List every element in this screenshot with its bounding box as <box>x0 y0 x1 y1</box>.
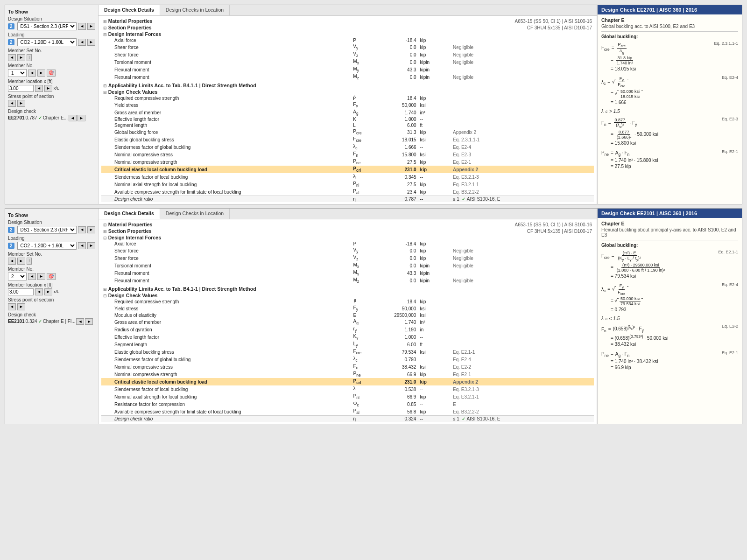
right-panel-1: Design Check EE2701 | AISC 360 | 2016 Ch… <box>597 5 742 204</box>
force-sym-mz-1: Mz <box>351 73 373 81</box>
expand-material-1[interactable]: ⊞ <box>103 19 107 24</box>
nav-prev-member-1[interactable]: ◄ <box>28 70 36 77</box>
force-name-axial-1: Axial force <box>101 37 351 43</box>
expand-forces-2[interactable]: ⊟ <box>103 236 107 240</box>
right-chapter-2: Chapter E <box>601 221 738 226</box>
condition-2: λc ≤ 1.5 <box>601 316 738 321</box>
expand-section-1[interactable]: ⊞ <box>103 26 107 30</box>
expand-material-2[interactable]: ⊞ <box>103 223 107 227</box>
nav-prev-check-2[interactable]: ◄ <box>76 318 84 325</box>
design-situation-label-1: Design Situation <box>8 16 95 21</box>
nav-next-stress-2[interactable]: ► <box>17 303 25 310</box>
nav-next-check-1[interactable]: ► <box>78 115 85 122</box>
dv-fcre-1: Elastic global buckling stress Fcre 18.0… <box>101 136 594 143</box>
design-situation-select-1[interactable]: DS1 - Section 2.3 (LRFD), 2. <box>17 22 77 30</box>
nav-next-loc-1[interactable]: ► <box>44 85 52 92</box>
force-unit-mx-1: kipin <box>418 58 451 66</box>
member-loc-label-1: Member location x [ft] <box>8 79 95 84</box>
nav-next-ds1-2[interactable]: ► <box>87 226 95 233</box>
loading-label-1: Loading <box>8 32 95 37</box>
panel-1: To Show Design Situation 2 DS1 - Section… <box>5 5 742 204</box>
condition-1: λc > 1.5 <box>601 109 738 114</box>
expand-forces-1[interactable]: ⊟ <box>103 32 107 37</box>
nav-prev-loading-1[interactable]: ◄ <box>78 39 86 46</box>
expand-design-1[interactable]: ⊟ <box>103 90 107 95</box>
sidebar-1: To Show Design Situation 2 DS1 - Section… <box>5 5 99 204</box>
force-name-mx-1: Torsional moment <box>101 58 351 66</box>
right-panel-2: Design Check EE2101 | AISC 360 | 2016 Ch… <box>597 209 742 424</box>
member-no-select-2[interactable]: 2 <box>8 273 27 280</box>
expand-design-2[interactable]: ⊟ <box>103 294 107 298</box>
nav-prev-stress-2[interactable]: ◄ <box>8 303 16 310</box>
nav-prev-ds1-2[interactable]: ◄ <box>78 226 86 233</box>
tabs-bar-1: Design Check Details Design Checks in Lo… <box>99 5 597 16</box>
check-ratio-row-2: Design check ratio η 0.324 -- ≤ 1 ✓ AISI… <box>101 416 594 422</box>
formula-lambda-1: λc = √ FyFcre = √ 50.000 ksi18.015 ksi =… <box>601 75 643 106</box>
dv-ag-1: Gross area of member Ag 1.740 in² <box>101 109 594 116</box>
dv2-lambdac: Slenderness factor of global buckling λc… <box>101 356 594 363</box>
loading-select-2[interactable]: CO2 - 1.20D + 1.60L <box>17 242 77 250</box>
nav-next-stress-1[interactable]: ► <box>17 100 25 107</box>
sidebar-2: To Show Design Situation 2 DS1 - Section… <box>5 209 99 424</box>
nav-next-loading-2[interactable]: ► <box>87 242 95 249</box>
formula-pne-2: Pne = Ag · Fn = 1.740 in² · 38.432 ksi =… <box>601 350 658 371</box>
loading-select-1[interactable]: CO2 - 1.20D + 1.60L <box>17 38 77 46</box>
check-mark-1: ✓ <box>38 115 42 120</box>
nav-next-loc-2[interactable]: ► <box>44 288 52 295</box>
member-no-label-2: Member No. <box>8 266 95 272</box>
nav-prev-check-1[interactable]: ◄ <box>69 115 77 122</box>
design-situation-select-2[interactable]: DS1 - Section 2.3 (LRFD), 2. <box>17 226 77 234</box>
nav-next-member-2[interactable]: ► <box>37 273 45 280</box>
dv-pne-1: Nominal compressive strength Pne 27.5 ki… <box>101 158 594 166</box>
center-2: Design Check Details Design Checks in Lo… <box>99 209 597 424</box>
dv-pcrl-1: Critical elastic local column buckling l… <box>101 166 594 173</box>
check-ratio-2: 0.324 <box>26 319 37 324</box>
nav-next-member-1[interactable]: ► <box>37 70 45 77</box>
internal-forces-header-1: ⊟ Design Internal Forces <box>101 31 594 37</box>
member-loc-input-1[interactable] <box>8 85 34 92</box>
nav-prev-loading-2[interactable]: ◄ <box>78 242 86 249</box>
nav-next-memberset-2[interactable]: ► <box>17 258 25 265</box>
dv2-pnl: Nominal axial strength for local bucklin… <box>101 393 594 400</box>
check-mark-2: ✓ <box>38 319 42 324</box>
nav-dots-memberset-1[interactable]: ⁝ <box>27 54 32 61</box>
nav-prev-member-2[interactable]: ◄ <box>28 273 36 280</box>
member-loc-input-2[interactable] <box>8 288 34 295</box>
check-id-2: EE2101 <box>8 319 25 324</box>
dv-p-1: Required compressive strength P̄ 18.4 ki… <box>101 95 594 101</box>
member-no-select-1[interactable]: 1 <box>8 69 27 77</box>
nav-prev-memberset-2[interactable]: ◄ <box>8 258 16 265</box>
design-check-label-1: Design check <box>8 109 95 114</box>
nav-prev-loc-1[interactable]: ◄ <box>35 85 43 92</box>
right-header-1: Design Check EE2701 | AISC 360 | 2016 <box>598 5 742 14</box>
expand-section-2[interactable]: ⊞ <box>103 229 107 234</box>
nav-next-ds1-1[interactable]: ► <box>87 23 95 30</box>
force-mx-2: Torsional moment Mx 0.0 kipin Negligible <box>101 262 594 269</box>
nav-next-loading-1[interactable]: ► <box>87 39 95 46</box>
nav-prev-ds1-1[interactable]: ◄ <box>78 23 86 30</box>
formula-fn-2: Fn = (0.658)(λc)² · Fy = (0.658)(0.793²)… <box>601 324 668 348</box>
tab-location-2[interactable]: Design Checks in Location <box>160 209 230 219</box>
force-val-axial-1: -18.4 <box>373 37 418 43</box>
nav-pick-member-2[interactable]: 🎯 <box>47 273 56 280</box>
force-mz-2: Flexural moment Mz 0.0 kipin Negligible <box>101 277 594 284</box>
nav-prev-memberset-1[interactable]: ◄ <box>8 54 16 61</box>
material-row-1: ⊞ Material Properties A653-15 (SS 50, CI… <box>101 18 594 24</box>
right-chapter-1: Chapter E <box>601 17 738 23</box>
dv-pal-1: Available compressive strength for limit… <box>101 188 594 196</box>
expand-applic-2[interactable]: ⊞ <box>103 287 107 292</box>
check-chapter-2: Chapter E | Fl... <box>43 319 76 324</box>
tab-details-2[interactable]: Design Check Details <box>99 209 160 219</box>
dv2-pal: Available compressive strength for limit… <box>101 408 594 416</box>
force-vy-2: Shear force Vy 0.0 kip Negligible <box>101 247 594 254</box>
tab-details-1[interactable]: Design Check Details <box>99 5 160 15</box>
nav-prev-loc-2[interactable]: ◄ <box>35 288 43 295</box>
nav-prev-stress-1[interactable]: ◄ <box>8 100 16 107</box>
tab-location-1[interactable]: Design Checks in Location <box>160 5 230 15</box>
check-chapter-1: Chapter E... <box>43 115 68 120</box>
nav-pick-member-1[interactable]: 🎯 <box>47 70 56 77</box>
expand-applic-1[interactable]: ⊞ <box>103 84 107 88</box>
nav-next-memberset-1[interactable]: ► <box>17 54 25 61</box>
nav-dots-memberset-2[interactable]: ⁝ <box>27 258 32 265</box>
nav-next-check-2[interactable]: ► <box>85 318 93 325</box>
